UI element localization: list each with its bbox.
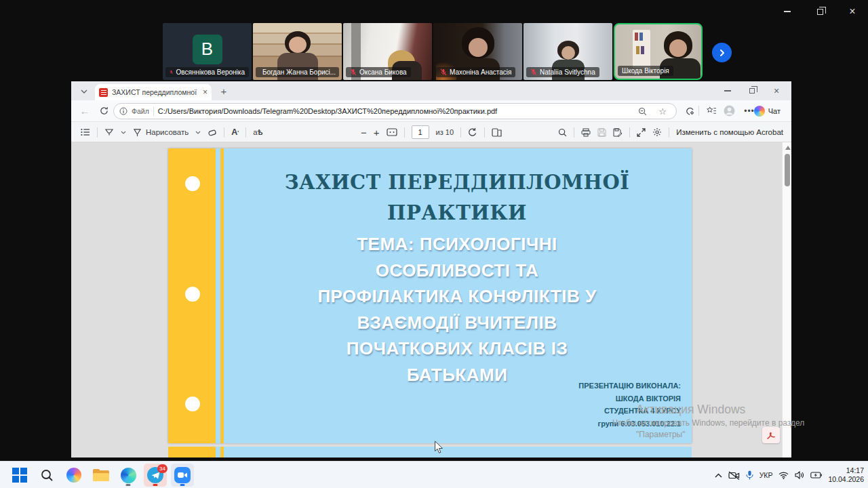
- zoom-minimize-button[interactable]: [778, 4, 796, 19]
- participant-video[interactable]: Оксана Бикова: [343, 23, 432, 80]
- edit-with-acrobat-button[interactable]: Изменить с помощью Acrobat: [676, 128, 783, 136]
- taskbar-search-button[interactable]: [35, 464, 58, 487]
- edge-button[interactable]: [117, 464, 140, 487]
- participant-label: Махоніна Анастасія: [436, 67, 515, 77]
- refresh-button[interactable]: [96, 103, 112, 119]
- fullscreen-button[interactable]: [637, 128, 646, 137]
- zoom-close-button[interactable]: ×: [844, 4, 861, 19]
- zoom-in-button[interactable]: +: [374, 127, 380, 138]
- address-bar[interactable]: Файл C:/Users/Виктория/Downloads/Telegra…: [113, 103, 677, 119]
- running-indicator: [180, 484, 185, 486]
- erase-button[interactable]: [208, 128, 217, 137]
- tray-expand-button[interactable]: [715, 473, 722, 478]
- slide-accent-line: [220, 148, 224, 443]
- browser-close-button[interactable]: ×: [764, 81, 789, 100]
- copilot-chat-button[interactable]: Чат: [750, 103, 785, 119]
- profile-avatar-icon: [724, 105, 735, 117]
- copilot-label: Чат: [768, 107, 781, 115]
- pdf-favicon: [99, 88, 108, 97]
- restore-icon: [817, 9, 823, 15]
- copilot-icon: [66, 468, 81, 483]
- profile-button[interactable]: [721, 103, 737, 119]
- page-number-input[interactable]: [412, 125, 429, 139]
- browser-restore-button[interactable]: [740, 81, 764, 100]
- browser-tab-bar: ЗАХИСТ переддипломної практи × + ×: [71, 81, 791, 100]
- table-of-contents-button[interactable]: [81, 128, 90, 136]
- gear-icon: [652, 127, 662, 137]
- file-explorer-button[interactable]: [90, 464, 113, 487]
- taskbar-clock[interactable]: 14:17 10.04.2026: [828, 466, 864, 484]
- minimize-icon: [784, 11, 791, 12]
- start-button[interactable]: [8, 464, 31, 487]
- pdf-settings-button[interactable]: [652, 127, 662, 137]
- wifi-indicator[interactable]: [778, 472, 789, 479]
- fit-to-width-button[interactable]: [387, 128, 397, 136]
- highlight-dropdown[interactable]: [121, 131, 126, 134]
- participant-name: Nataliia Svitlychna: [540, 68, 595, 76]
- expand-icon: [637, 128, 646, 137]
- scroll-up-arrow[interactable]: [785, 146, 791, 150]
- favorites-bar-button[interactable]: [703, 103, 719, 119]
- highlight-button[interactable]: [104, 127, 114, 137]
- participant-name: Шкода Вікторія: [622, 67, 669, 75]
- wifi-icon: [778, 472, 789, 479]
- divider: [629, 127, 630, 138]
- scrollbar-thumb[interactable]: [785, 154, 790, 186]
- slide-subtitle: ТЕМА: ПСИХОЛОГІЧНІ ОСОБЛИВОСТІ ТА ПРОФІЛ…: [229, 231, 685, 388]
- back-button[interactable]: ←: [77, 103, 93, 119]
- camera-off-indicator[interactable]: [728, 471, 740, 480]
- telegram-button[interactable]: 34: [144, 464, 167, 487]
- tab-close-button[interactable]: ×: [203, 87, 208, 97]
- highlighter-icon: [104, 127, 114, 137]
- browser-tab[interactable]: ЗАХИСТ переддипломної практи ×: [95, 84, 212, 100]
- mic-muted-icon: [440, 68, 447, 76]
- save-as-button[interactable]: [613, 128, 623, 137]
- new-tab-button[interactable]: +: [218, 85, 230, 97]
- battery-indicator[interactable]: [810, 472, 822, 479]
- zoom-window-controls: ×: [778, 4, 861, 19]
- save-icon: [597, 128, 606, 137]
- browser-essentials-button[interactable]: [682, 103, 698, 119]
- divider: [97, 127, 98, 138]
- page-view-button[interactable]: [492, 128, 502, 137]
- participant-video[interactable]: Nataliia Svitlychna: [524, 23, 612, 80]
- save-button[interactable]: [597, 128, 606, 137]
- volume-indicator[interactable]: [795, 471, 804, 479]
- copilot-taskbar-button[interactable]: [62, 464, 85, 487]
- draw-dropdown[interactable]: [195, 131, 201, 134]
- notification-badge: 34: [157, 464, 167, 473]
- participant-video-active-speaker[interactable]: Шкода Вікторія: [614, 23, 703, 80]
- search-document-button[interactable]: [558, 128, 567, 137]
- zoom-out-button[interactable]: −: [361, 127, 367, 138]
- favorites-button[interactable]: ☆: [654, 103, 671, 119]
- print-button[interactable]: [581, 128, 591, 137]
- tab-search-button[interactable]: [78, 85, 90, 98]
- slide-page-2-edge: [168, 447, 692, 458]
- mic-muted-icon: [350, 68, 357, 76]
- read-aloud-button[interactable]: аѣ: [253, 128, 263, 136]
- draw-button[interactable]: Нарисовать: [133, 128, 189, 137]
- zoom-out-page-button[interactable]: [634, 103, 650, 119]
- participant-video[interactable]: Махоніна Анастасія: [433, 23, 522, 80]
- pdf-scrollbar[interactable]: [782, 142, 791, 458]
- divider: [574, 127, 574, 138]
- participant-video[interactable]: B Овсяннікова Вероніка: [163, 23, 252, 80]
- participant-label: Овсяннікова Вероніка: [165, 67, 249, 77]
- add-text-button[interactable]: A′: [231, 127, 239, 137]
- divider: [224, 127, 224, 138]
- divider: [404, 127, 405, 138]
- windows-taskbar: 34 УКР: [0, 461, 868, 488]
- url-text[interactable]: C:/Users/Виктория/Downloads/Telegram%20D…: [158, 107, 630, 115]
- rotate-button[interactable]: [468, 127, 477, 137]
- zoom-app-button[interactable]: [171, 464, 194, 487]
- browser-minimize-button[interactable]: [715, 81, 740, 100]
- language-indicator[interactable]: УКР: [760, 471, 773, 479]
- toc-icon: [81, 128, 90, 136]
- microphone-indicator[interactable]: [746, 470, 753, 480]
- open-in-acrobat-button[interactable]: [762, 427, 780, 443]
- info-icon[interactable]: [119, 107, 127, 115]
- zoom-restore-button[interactable]: [811, 4, 829, 19]
- participant-video[interactable]: Богдан Жанна Борисі...: [253, 23, 342, 80]
- next-participants-button[interactable]: [712, 43, 732, 62]
- fit-width-icon: [387, 128, 397, 136]
